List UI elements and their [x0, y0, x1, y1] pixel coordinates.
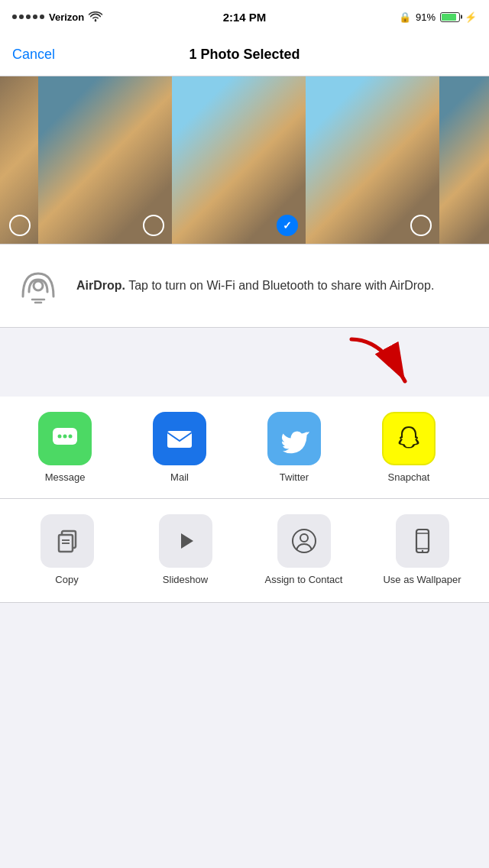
photo-thumb-1[interactable] — [0, 76, 38, 244]
airdrop-text: AirDrop. Tap to turn on Wi-Fi and Blueto… — [76, 277, 434, 294]
svg-rect-9 — [167, 431, 192, 448]
wallpaper-label: Use as Wallpaper — [383, 574, 461, 587]
red-arrow — [336, 332, 428, 393]
arrow-area — [0, 328, 489, 397]
photo-thumb-5[interactable] — [439, 76, 489, 244]
svg-point-16 — [300, 534, 308, 542]
contact-icon — [290, 527, 318, 555]
svg-point-8 — [69, 435, 73, 439]
copy-label: Copy — [55, 574, 78, 587]
battery-percent: 91% — [416, 11, 436, 23]
airdrop-title: AirDrop. — [76, 279, 125, 292]
share-app-fifth[interactable] — [466, 412, 489, 465]
airdrop-icon — [15, 263, 61, 309]
svg-point-20 — [421, 550, 423, 552]
actions-row: Copy Slideshow Assign to Contact — [0, 499, 489, 603]
share-app-message[interactable]: Message — [8, 412, 122, 483]
nav-title: 1 Photo Selected — [189, 47, 300, 63]
status-left: Verizon — [12, 11, 102, 23]
mail-app-icon[interactable] — [153, 412, 206, 465]
nav-bar: Cancel 1 Photo Selected — [0, 34, 489, 76]
status-right: 🔒 91% ⚡ — [399, 11, 477, 23]
photo-strip — [0, 76, 489, 245]
lightning-icon: ⚡ — [465, 11, 477, 23]
copy-icon-box[interactable] — [40, 514, 94, 568]
share-app-mail[interactable]: Mail — [122, 412, 237, 483]
carrier-label: Verizon — [49, 11, 84, 23]
snapchat-app-icon[interactable] — [382, 412, 436, 465]
photo-thumb-4[interactable] — [306, 76, 439, 244]
message-app-icon[interactable] — [38, 412, 92, 465]
cancel-button[interactable]: Cancel — [12, 47, 55, 63]
signal-dots — [12, 15, 44, 19]
photo-select-circle-4[interactable] — [410, 215, 432, 236]
snapchat-app-label: Snapchat — [388, 471, 430, 483]
photo-select-circle-2[interactable] — [143, 215, 164, 236]
photo-select-circle-1[interactable] — [9, 215, 31, 236]
slideshow-label: Slideshow — [163, 574, 208, 587]
photo-thumb-2[interactable] — [38, 76, 172, 244]
wallpaper-icon — [409, 527, 436, 555]
svg-point-0 — [95, 20, 97, 22]
assign-contact-icon-box[interactable] — [277, 514, 331, 568]
action-slideshow[interactable]: Slideshow — [128, 514, 243, 587]
share-app-twitter[interactable]: Twitter — [237, 412, 351, 483]
lock-icon: 🔒 — [399, 11, 411, 23]
battery-icon — [440, 12, 460, 22]
slideshow-icon — [172, 527, 199, 555]
twitter-app-label: Twitter — [280, 471, 309, 483]
wifi-icon — [89, 11, 102, 22]
airdrop-section[interactable]: AirDrop. Tap to turn on Wi-Fi and Blueto… — [0, 245, 489, 328]
svg-point-1 — [34, 281, 43, 290]
mail-app-label: Mail — [170, 471, 189, 483]
action-assign-contact[interactable]: Assign to Contact — [247, 514, 361, 587]
status-time: 2:14 PM — [223, 11, 267, 24]
assign-contact-label: Assign to Contact — [265, 574, 343, 587]
svg-point-7 — [63, 435, 67, 439]
status-bar: Verizon 2:14 PM 🔒 91% ⚡ — [0, 0, 489, 34]
svg-marker-14 — [181, 533, 193, 549]
twitter-app-icon[interactable] — [267, 412, 321, 465]
airdrop-description: Tap to turn on Wi-Fi and Bluetooth to sh… — [128, 279, 434, 292]
action-wallpaper[interactable]: Use as Wallpaper — [365, 514, 480, 587]
slideshow-icon-box[interactable] — [159, 514, 212, 568]
photo-select-circle-3[interactable] — [277, 215, 298, 236]
wallpaper-icon-box[interactable] — [396, 514, 449, 568]
share-app-snapchat[interactable]: Snapchat — [351, 412, 466, 483]
photo-thumb-3[interactable] — [172, 76, 306, 244]
svg-point-6 — [58, 435, 62, 439]
action-copy[interactable]: Copy — [10, 514, 125, 587]
message-app-label: Message — [45, 471, 86, 483]
share-apps-row: Message Mail Twitter Snapchat — [0, 397, 489, 499]
copy-icon — [53, 527, 81, 555]
